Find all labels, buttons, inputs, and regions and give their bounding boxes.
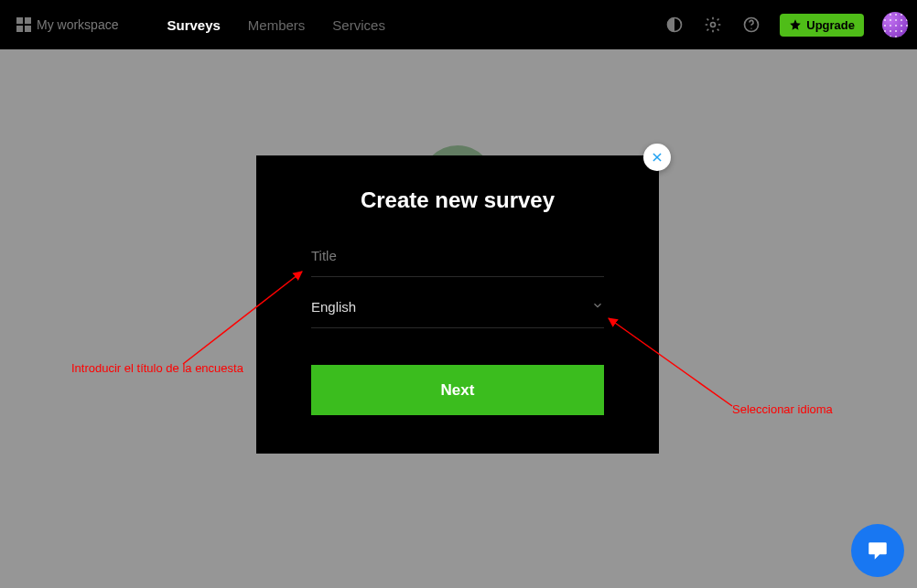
workspace-selector[interactable]: My workspace [9,14,125,36]
grid-icon [16,17,31,32]
upgrade-button[interactable]: Upgrade [780,14,864,37]
workspace-label: My workspace [37,17,118,32]
chevron-down-icon [591,299,604,315]
next-button[interactable]: Next [311,365,604,415]
modal-title: Create new survey [256,187,659,213]
svg-point-1 [711,23,716,27]
close-button[interactable] [643,144,671,171]
header-right: Upgrade [664,12,908,37]
language-value: English [311,299,591,315]
language-select-row[interactable]: English [311,292,604,328]
avatar[interactable] [882,12,908,37]
nav-services[interactable]: Services [332,17,385,33]
help-icon[interactable] [741,15,761,35]
upgrade-label: Upgrade [806,18,855,32]
chat-button[interactable] [851,524,904,577]
settings-icon[interactable] [703,15,723,35]
survey-title-input[interactable] [311,248,604,263]
app-header: My workspace Surveys Members Services Up… [0,0,917,49]
theme-icon[interactable] [664,15,685,35]
nav-members[interactable]: Members [248,17,306,33]
main-nav: Surveys Members Services [167,17,384,33]
close-icon [651,151,663,164]
create-survey-modal: Create new survey English Next [256,155,659,454]
title-field-row [311,241,604,277]
star-icon [789,18,802,31]
nav-surveys[interactable]: Surveys [167,17,220,33]
svg-point-3 [751,28,752,29]
chat-icon [866,539,890,562]
